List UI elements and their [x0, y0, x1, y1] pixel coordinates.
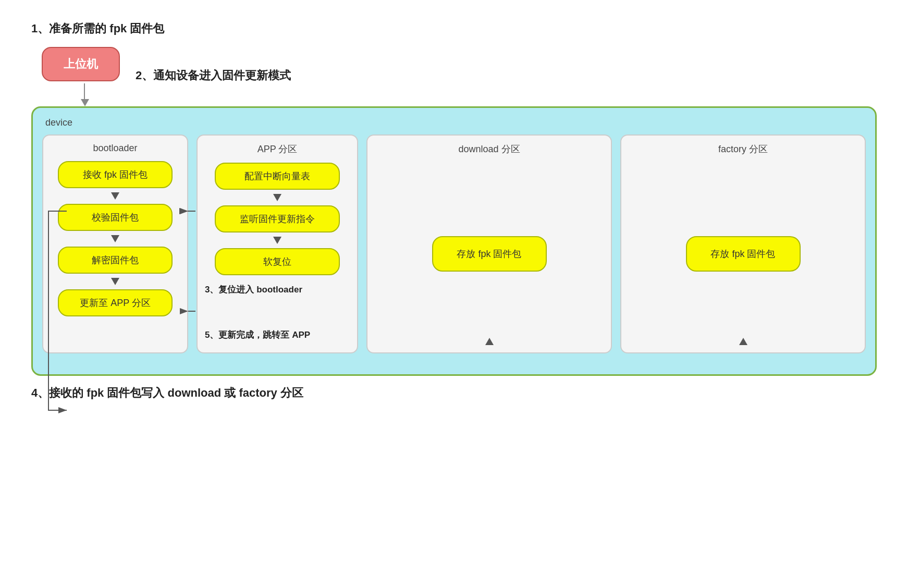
partition-download: download 分区 存放 fpk 固件包	[366, 134, 612, 353]
bootloader-box1: 接收 fpk 固件包	[58, 161, 173, 188]
upper-computer-label: 上位机	[42, 47, 120, 81]
step5-label: 5、更新完成，跳转至 APP	[203, 329, 310, 341]
step1-label: 1、准备所需的 fpk 固件包	[31, 21, 877, 36]
step4-label: 4、接收的 fpk 固件包写入 download 或 factory 分区	[31, 385, 877, 401]
partitions-row: bootloader 接收 fpk 固件包 校验固件包 解密固件包 更新至 AP…	[42, 134, 866, 353]
factory-title: factory 分区	[718, 143, 768, 155]
app-arrow1	[273, 194, 281, 201]
partition-factory: factory 分区 存放 fpk 固件包	[620, 134, 866, 353]
download-storage-box: 存放 fpk 固件包	[432, 236, 547, 272]
download-arrow-up	[485, 338, 494, 345]
bootloader-box2: 校验固件包	[58, 204, 173, 231]
step2-label: 2、通知设备进入固件更新模式	[136, 68, 877, 83]
upper-computer-box: 上位机	[31, 42, 120, 81]
bootloader-box3: 解密固件包	[58, 247, 173, 274]
app-box3: 软复位	[215, 248, 340, 275]
download-title: download 分区	[458, 143, 520, 155]
app-arrow2	[273, 237, 281, 244]
factory-arrow-up	[739, 338, 747, 345]
arrow2	[111, 235, 119, 242]
partition-bootloader: bootloader 接收 fpk 固件包 校验固件包 解密固件包 更新至 AP…	[42, 134, 188, 353]
arrow3	[111, 278, 119, 285]
app-title: APP 分区	[257, 143, 298, 155]
factory-storage-box: 存放 fpk 固件包	[686, 236, 801, 272]
bootloader-box4: 更新至 APP 分区	[58, 289, 173, 316]
device-container: device bootloader 接收 fpk 固件包 校验固件包 解密固件包	[31, 106, 877, 376]
page-root: 1、准备所需的 fpk 固件包 上位机 2、通知设备进入固件更新模式 devic…	[31, 21, 877, 401]
app-box2: 监听固件更新指令	[215, 205, 340, 232]
device-label: device	[42, 117, 866, 128]
step3-label: 3、复位进入 bootloader	[203, 284, 302, 296]
arrow1	[111, 192, 119, 200]
bootloader-title: bootloader	[93, 143, 137, 154]
partition-app: APP 分区 配置中断向量表 监听固件更新指令 软复位 3、复位进入 bootl…	[197, 134, 358, 353]
app-box1: 配置中断向量表	[215, 163, 340, 190]
